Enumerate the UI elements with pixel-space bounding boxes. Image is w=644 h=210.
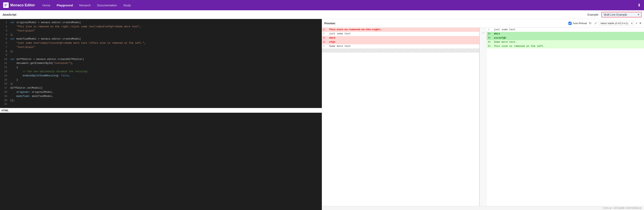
diff-line-right-4: 4+ Some more text.	[487, 40, 644, 44]
reload-icon[interactable]: ↻	[588, 21, 592, 26]
diff-left-panel: 1- This line is removed on the right. 2 …	[322, 28, 480, 206]
editor-toolbar: JavaScript Example: Multi Line Example ▼	[0, 10, 644, 19]
nav-monarch[interactable]: Monarch	[76, 2, 94, 8]
example-select-wrapper: Multi Line Example ▼	[602, 12, 642, 17]
editor-preview-area: 1 var originalModel = monaco.editor.crea…	[0, 19, 644, 210]
code-editor[interactable]: 1 var originalModel = monaco.editor.crea…	[0, 19, 322, 108]
code-line-21: 21	[0, 102, 322, 106]
diff-arrow-col: →	[480, 28, 487, 206]
diff-line-left-2: 2 just some text	[322, 32, 479, 36]
code-line-16: 16 );	[0, 82, 322, 86]
code-line-10: 10 var diffEditor = monaco.editor.create…	[0, 57, 322, 61]
code-line-7: 7 "text/plain"	[0, 45, 322, 49]
example-label: Example:	[588, 13, 599, 16]
svg-rect-2	[4, 6, 6, 6]
version-select[interactable]: latest stable (0.42.0-rc1)	[599, 21, 634, 26]
code-editor-pane: 1 var originalModel = monaco.editor.crea…	[0, 19, 322, 210]
code-line-5: 5 var modifiedModel = monaco.editor.crea…	[0, 37, 322, 41]
code-line-6: 6 "just some text\nabcz\nzzzefgh\nSome m…	[0, 41, 322, 45]
diff-line-left-3: 3- abcd	[322, 36, 479, 40]
auto-reload-wrapper: Auto-Reload ↻ ⤢ latest stable (0.42.0-rc…	[568, 21, 642, 26]
main-content: JavaScript Example: Multi Line Example ▼…	[0, 10, 644, 210]
brand-name: Monaco Editor	[10, 3, 35, 7]
preview-toolbar: Preview: Auto-Reload ↻ ⤢ latest stable (…	[322, 19, 644, 28]
code-line-12: 12 {	[0, 65, 322, 70]
diff-line-right-5: 5+ This line is removed on the left.	[487, 44, 644, 48]
code-line-20: 20 });	[0, 98, 322, 103]
code-line-14: 14 enableSplitViewResizing: false,	[0, 74, 322, 78]
preview-label: Preview:	[324, 22, 336, 25]
brand: Monaco Editor	[3, 2, 35, 8]
code-line-15: 15 }	[0, 78, 322, 82]
code-line-13: 13 // You can optionally disable the res…	[0, 70, 322, 74]
auto-reload-label: Auto-Reload	[573, 22, 587, 25]
diff-line-left-5: 5 Some more text	[322, 44, 479, 48]
status-text: CSDN @一排开花的树 | 秋芽无限靠近你	[603, 207, 642, 209]
auto-reload-checkbox[interactable]	[568, 22, 572, 25]
nav-home[interactable]: Home	[40, 2, 53, 8]
svg-rect-0	[4, 4, 8, 4]
diff-line-left-4: 4- efgh	[322, 40, 479, 44]
navbar: Monaco Editor Home Playground Monarch Do…	[0, 0, 644, 10]
expand-icon[interactable]: ⤢	[594, 21, 598, 26]
code-line-19: 19 modified: modifiedModel,	[0, 94, 322, 98]
brand-icon	[3, 2, 9, 8]
nav-links: Home Playground Monarch Documentation St…	[40, 2, 638, 8]
version-select-wrapper: latest stable (0.42.0-rc1) ▼	[599, 21, 634, 26]
code-line-3: 3 "text/plain"	[0, 29, 322, 33]
code-line-18: 18 original: originalModel,	[0, 90, 322, 94]
code-line-17: 17 diffEditor.setModel({	[0, 86, 322, 90]
nav-playground[interactable]: Playground	[54, 2, 76, 8]
diff-arrow-icon: →	[482, 30, 484, 36]
code-line-1: 1 var originalModel = monaco.editor.crea…	[0, 21, 322, 25]
html-label: HTML	[0, 108, 322, 113]
diff-right-panel: 1 just some text 2+ abcz 3+ zzzzefgh 4+ …	[487, 28, 644, 206]
close-icon[interactable]: ✕	[639, 21, 642, 25]
navbar-right: ⬇	[638, 3, 641, 8]
code-line-11: 11 document.getElementById("container"),	[0, 61, 322, 65]
diff-line-right-1: 1 just some text	[487, 28, 644, 32]
diff-hatch-left	[322, 48, 479, 53]
code-line-9: 9	[0, 53, 322, 57]
code-line-4: 4 );	[0, 33, 322, 37]
diff-line-right-2: 2+ abcz	[487, 32, 644, 36]
code-line-8: 8 );	[0, 49, 322, 54]
svg-rect-1	[4, 5, 7, 5]
confirm-icon[interactable]: ✓	[635, 21, 638, 25]
diff-line-right-3: 3+ zzzzefgh	[487, 36, 644, 40]
example-select[interactable]: Multi Line Example	[602, 12, 641, 17]
nav-documentation[interactable]: Documentation	[94, 2, 120, 8]
diff-line-left-1: 1- This line is removed on the right.	[322, 28, 479, 32]
editor-language: JavaScript	[2, 13, 16, 16]
nav-study[interactable]: Study	[120, 2, 134, 8]
download-icon[interactable]: ⬇	[638, 3, 641, 8]
diff-viewer: 1- This line is removed on the right. 2 …	[322, 28, 644, 206]
status-bar: CSDN @一排开花的树 | 秋芽无限靠近你	[322, 206, 644, 210]
preview-pane: Preview: Auto-Reload ↻ ⤢ latest stable (…	[322, 19, 644, 210]
code-line-2: 2 "This line is removed on the right.\nj…	[0, 25, 322, 29]
